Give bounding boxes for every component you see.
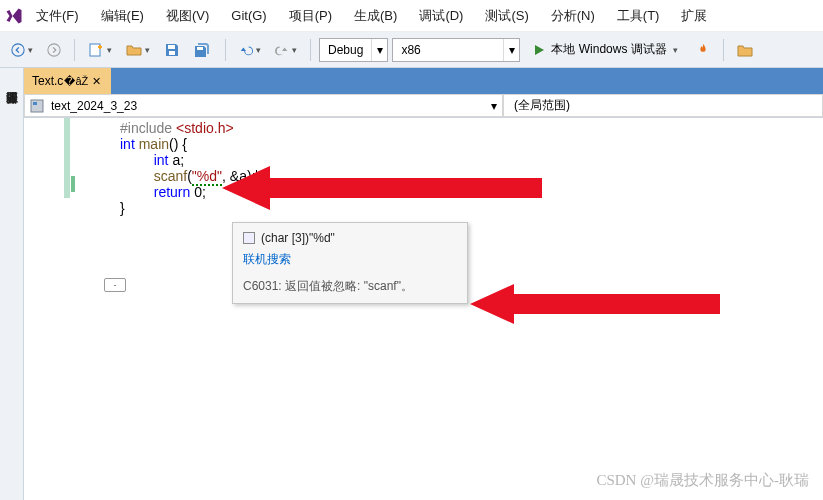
menu-debug[interactable]: 调试(D)	[409, 3, 473, 29]
config-combo[interactable]: Debug▾	[319, 38, 388, 62]
svg-rect-4	[169, 51, 175, 55]
tab-well: Text.c �âŽ ✕	[24, 68, 823, 94]
vs-logo-icon	[4, 6, 24, 26]
browse-button[interactable]	[732, 37, 758, 63]
chevron-down-icon: ▾	[503, 39, 519, 61]
config-value: Debug	[320, 43, 371, 57]
undo-button[interactable]: ▾	[234, 37, 266, 63]
menu-file[interactable]: 文件(F)	[26, 3, 89, 29]
type-text: (char [3])"%d"	[261, 231, 335, 245]
new-item-button[interactable]: ▾	[83, 37, 117, 63]
menu-edit[interactable]: 编辑(E)	[91, 3, 154, 29]
type-icon	[243, 232, 255, 244]
separator	[225, 39, 226, 61]
save-all-button[interactable]	[189, 37, 217, 63]
menu-bar: 文件(F) 编辑(E) 视图(V) Git(G) 项目(P) 生成(B) 调试(…	[0, 0, 823, 32]
back-button[interactable]: ▾	[6, 37, 38, 63]
change-margin-current	[71, 176, 75, 192]
menu-extensions[interactable]: 扩展	[671, 3, 717, 29]
project-icon	[29, 98, 45, 114]
save-button[interactable]	[159, 37, 185, 63]
run-label: 本地 Windows 调试器	[551, 41, 666, 58]
code-area[interactable]: - #include <stdio.h> int main() { int a;…	[24, 118, 823, 500]
gutter	[24, 118, 64, 500]
redo-button[interactable]: ▾	[270, 37, 302, 63]
chevron-down-icon: ▾	[371, 39, 387, 61]
scope-combo[interactable]: text_2024_3_23 ▾	[24, 94, 503, 117]
navigation-bar: text_2024_3_23 ▾ (全局范围)	[24, 94, 823, 118]
server-explorer-tab[interactable]: 服务器资源管理器	[1, 74, 22, 90]
toolbar: ▾ ▾ ▾ ▾ ▾ Debug▾ x86▾ 本地 Windows 调试器 ▾	[0, 32, 823, 68]
tab-filename: Text.c	[32, 74, 63, 88]
svg-point-0	[12, 43, 24, 55]
open-button[interactable]: ▾	[121, 37, 155, 63]
menu-git[interactable]: Git(G)	[221, 4, 276, 27]
outline-collapse-icon[interactable]: -	[104, 278, 126, 292]
online-search-link[interactable]: 联机搜索	[243, 251, 457, 268]
forward-button[interactable]	[42, 37, 66, 63]
svg-rect-5	[197, 47, 203, 50]
play-icon	[533, 44, 545, 56]
menu-tools[interactable]: 工具(T)	[607, 3, 670, 29]
warning-text: C6031: 返回值被忽略: "scanf"。	[243, 278, 457, 295]
member-value: (全局范围)	[504, 97, 822, 114]
pin-icon[interactable]: �âŽ	[69, 74, 83, 88]
run-debug-button[interactable]: 本地 Windows 调试器 ▾	[524, 37, 686, 63]
scope-value: text_2024_3_23	[49, 99, 486, 113]
file-tab[interactable]: Text.c �âŽ ✕	[24, 68, 111, 94]
close-icon[interactable]: ✕	[89, 74, 103, 88]
platform-value: x86	[393, 43, 503, 57]
svg-rect-3	[168, 45, 175, 49]
sidebar: 服务器资源管理器	[0, 68, 24, 500]
separator	[74, 39, 75, 61]
change-margin	[64, 118, 70, 198]
quickinfo-tooltip: (char [3])"%d" 联机搜索 C6031: 返回值被忽略: "scan…	[232, 222, 468, 304]
member-combo[interactable]: (全局范围)	[503, 94, 823, 117]
svg-rect-7	[33, 102, 37, 105]
code-text[interactable]: #include <stdio.h> int main() { int a; s…	[64, 118, 823, 500]
separator	[310, 39, 311, 61]
watermark: CSDN @瑞晟技术服务中心-耿瑞	[596, 471, 809, 490]
menu-project[interactable]: 项目(P)	[279, 3, 342, 29]
svg-point-1	[48, 43, 60, 55]
platform-combo[interactable]: x86▾	[392, 38, 520, 62]
separator	[723, 39, 724, 61]
hot-reload-button[interactable]	[691, 37, 715, 63]
menu-build[interactable]: 生成(B)	[344, 3, 407, 29]
menu-test[interactable]: 测试(S)	[475, 3, 538, 29]
svg-rect-6	[31, 100, 43, 112]
menu-view[interactable]: 视图(V)	[156, 3, 219, 29]
menu-analyze[interactable]: 分析(N)	[541, 3, 605, 29]
chevron-down-icon: ▾	[486, 99, 502, 113]
svg-rect-2	[90, 44, 100, 56]
